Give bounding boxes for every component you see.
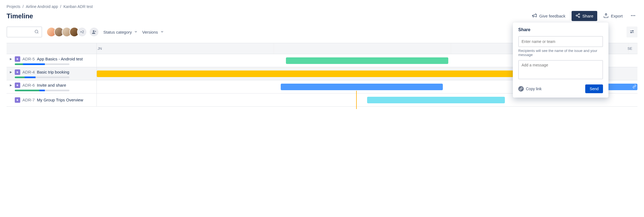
epic-icon xyxy=(15,97,20,103)
svg-line-5 xyxy=(577,16,578,17)
add-people-button[interactable] xyxy=(89,27,99,37)
svg-point-3 xyxy=(576,15,577,16)
today-marker xyxy=(356,91,357,109)
assignee-avatars: +2 xyxy=(46,27,99,37)
give-feedback-label: Give feedback xyxy=(539,14,566,18)
chevron-down-icon xyxy=(134,30,138,34)
svg-point-4 xyxy=(578,16,580,18)
search-input-wrapper[interactable] xyxy=(7,27,42,37)
month-label: SE xyxy=(628,46,632,51)
epic-icon xyxy=(15,83,20,88)
epic-icon xyxy=(15,69,20,75)
progress-bar xyxy=(15,63,69,65)
issue-key[interactable]: ADR-7 xyxy=(22,98,35,102)
issue-key[interactable]: ADR-5 xyxy=(22,57,35,61)
share-popup-title: Share xyxy=(518,27,603,32)
versions-dropdown[interactable]: Versions xyxy=(142,28,164,36)
breadcrumb-separator: / xyxy=(60,4,61,9)
copy-link-button[interactable]: Copy link xyxy=(518,86,542,92)
epic-bar[interactable] xyxy=(97,71,546,77)
issue-key[interactable]: ADR-4 xyxy=(22,70,35,74)
issue-key[interactable]: ADR-6 xyxy=(22,83,35,87)
svg-point-8 xyxy=(633,15,633,16)
epic-bar[interactable] xyxy=(286,57,448,64)
svg-line-0 xyxy=(535,13,536,14)
timeline-left-header xyxy=(7,43,97,54)
month-label: JN xyxy=(98,46,102,51)
page-title: Timeline xyxy=(7,12,33,20)
issue-summary: My Group Trips Overview xyxy=(37,98,83,102)
issue-summary: Basic trip booking xyxy=(37,70,69,74)
chevron-right-icon[interactable]: ▶ xyxy=(10,57,13,60)
progress-bar xyxy=(15,90,69,91)
progress-bar xyxy=(15,77,69,78)
send-button[interactable]: Send xyxy=(585,84,603,93)
breadcrumb-board[interactable]: Kanban ADR test xyxy=(63,4,93,9)
svg-point-9 xyxy=(634,15,635,16)
more-horizontal-icon xyxy=(630,13,636,19)
search-icon xyxy=(34,30,39,35)
breadcrumb-projects[interactable]: Projects xyxy=(7,4,21,9)
share-popup: Share Recipients will see the name of th… xyxy=(513,22,608,98)
svg-point-2 xyxy=(578,14,580,15)
share-label: Share xyxy=(582,14,593,18)
chevron-right-icon[interactable]: ▶ xyxy=(10,84,13,87)
svg-line-11 xyxy=(37,33,38,33)
link-icon xyxy=(633,84,636,89)
svg-point-10 xyxy=(35,30,38,33)
svg-line-1 xyxy=(536,14,537,14)
more-actions-button[interactable] xyxy=(629,12,637,20)
view-settings-button[interactable] xyxy=(627,27,637,37)
share-message-input[interactable] xyxy=(518,60,603,79)
breadcrumb-project[interactable]: Airline Android app xyxy=(26,4,58,9)
status-category-label: Status category xyxy=(103,30,132,34)
avatar-more[interactable]: +2 xyxy=(77,27,87,37)
share-hint: Recipients will see the name of the issu… xyxy=(518,49,603,57)
svg-point-18 xyxy=(631,32,632,33)
export-label: Export xyxy=(611,14,623,18)
export-icon xyxy=(603,13,609,19)
chevron-down-icon xyxy=(160,30,164,34)
issue-summary: App Basics - Android test xyxy=(37,57,83,61)
svg-point-12 xyxy=(93,30,95,32)
svg-line-6 xyxy=(577,14,578,15)
epic-bar[interactable] xyxy=(367,97,505,103)
header-actions: Give feedback Share Export xyxy=(529,11,637,21)
copy-link-label: Copy link xyxy=(526,87,542,91)
sliders-icon xyxy=(630,29,634,35)
share-recipient-input[interactable] xyxy=(518,36,603,47)
issue-summary: Invite and share xyxy=(37,83,66,87)
search-input[interactable] xyxy=(10,30,34,34)
epic-bar[interactable] xyxy=(281,84,443,90)
epic-icon xyxy=(15,56,20,62)
megaphone-icon xyxy=(532,13,537,19)
give-feedback-button[interactable]: Give feedback xyxy=(529,11,568,21)
versions-label: Versions xyxy=(142,30,158,34)
share-button[interactable]: Share xyxy=(572,11,597,21)
svg-point-17 xyxy=(633,30,633,31)
svg-point-7 xyxy=(631,15,632,16)
link-icon xyxy=(518,86,524,92)
breadcrumb: Projects / Airline Android app / Kanban … xyxy=(7,4,637,9)
chevron-right-icon[interactable]: ▶ xyxy=(10,71,13,74)
export-button[interactable]: Export xyxy=(601,11,625,21)
status-category-dropdown[interactable]: Status category xyxy=(103,28,138,36)
share-icon xyxy=(575,13,580,19)
breadcrumb-separator: / xyxy=(23,4,24,9)
